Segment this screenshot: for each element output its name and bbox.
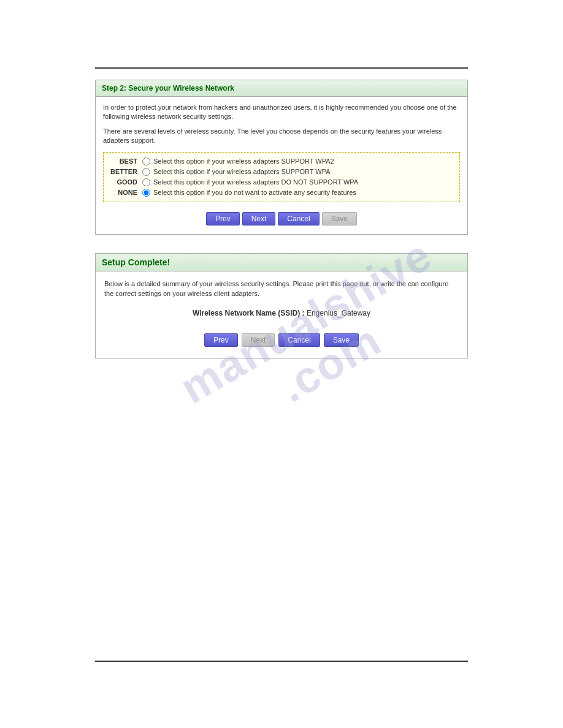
security-row-better: BETTER Select this option if your wirele… xyxy=(104,167,459,177)
setup-body: Below is a detailed summary of your wire… xyxy=(96,271,467,358)
setup-header: Setup Complete! xyxy=(96,254,467,271)
setup-section: Setup Complete! Below is a detailed summ… xyxy=(95,253,468,358)
step2-section: Step 2: Secure your Wireless Network In … xyxy=(95,80,468,235)
security-text-good: Select this option if your wireless adap… xyxy=(153,178,358,186)
security-radio-good[interactable] xyxy=(142,178,150,186)
ssid-value: Engenius_Gateway xyxy=(307,309,370,317)
setup-desc: Below is a detailed summary of your wire… xyxy=(104,279,459,299)
security-row-best: BEST Select this option if your wireless… xyxy=(104,156,459,167)
setup-buttons: Prev Next Cancel Save xyxy=(104,330,459,351)
main-content: Step 2: Secure your Wireless Network In … xyxy=(95,80,468,358)
security-label-best: BEST xyxy=(109,157,142,165)
ssid-row: Wireless Network Name (SSID) : Engenius_… xyxy=(104,309,459,317)
step2-prev-button[interactable]: Prev xyxy=(206,212,240,226)
step2-sublabel: There are several levels of wireless sec… xyxy=(103,127,460,146)
step2-title: Step 2: Secure your Wireless Network xyxy=(102,84,234,93)
security-text-better: Select this option if your wireless adap… xyxy=(153,168,331,175)
security-radio-better[interactable] xyxy=(142,168,150,176)
step2-save-button: Save xyxy=(322,212,357,226)
top-rule xyxy=(95,67,468,69)
security-text-best: Select this option if your wireless adap… xyxy=(153,157,334,165)
setup-title: Setup Complete! xyxy=(102,257,170,267)
step2-next-button[interactable]: Next xyxy=(242,212,276,226)
security-radio-none[interactable] xyxy=(142,189,150,197)
setup-cancel-button[interactable]: Cancel xyxy=(278,333,320,347)
step2-buttons: Prev Next Cancel Save xyxy=(103,208,460,228)
security-label-better: BETTER xyxy=(109,168,142,175)
security-label-good: GOOD xyxy=(109,178,142,186)
ssid-label: Wireless Network Name (SSID) : xyxy=(193,309,305,317)
security-row-good: GOOD Select this option if your wireless… xyxy=(104,177,459,188)
step2-body: In order to protect your network from ha… xyxy=(96,97,467,234)
setup-prev-button[interactable]: Prev xyxy=(204,333,238,347)
security-label-none: NONE xyxy=(109,189,142,196)
step2-intro: In order to protect your network from ha… xyxy=(103,103,460,122)
security-row-none: NONE Select this option if you do not wa… xyxy=(104,188,459,198)
security-text-none: Select this option if you do not want to… xyxy=(153,189,356,196)
setup-save-button[interactable]: Save xyxy=(324,333,359,347)
bottom-rule xyxy=(95,661,468,662)
setup-next-button: Next xyxy=(242,333,275,347)
security-radio-best[interactable] xyxy=(142,157,150,165)
step2-cancel-button[interactable]: Cancel xyxy=(278,212,319,226)
security-options-table: BEST Select this option if your wireless… xyxy=(103,152,460,202)
step2-header: Step 2: Secure your Wireless Network xyxy=(96,80,467,97)
